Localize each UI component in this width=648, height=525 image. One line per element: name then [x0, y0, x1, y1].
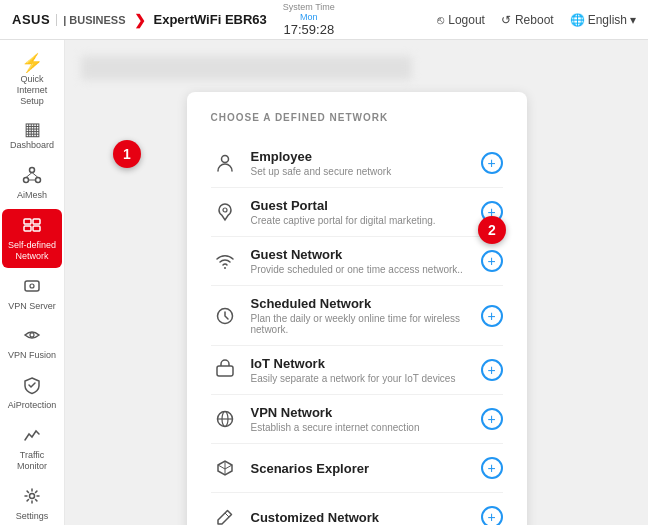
svg-rect-10: [25, 281, 39, 291]
dropdown-icon: ▾: [630, 13, 636, 27]
sidebar-item-dashboard[interactable]: ▦ Dashboard: [2, 114, 62, 157]
employee-add-button[interactable]: +: [481, 152, 503, 174]
sidebar-label-aiprotection: AiProtection: [8, 400, 57, 411]
svg-line-4: [32, 173, 38, 178]
globe-icon: 🌐: [570, 13, 585, 27]
asus-business: | BUSINESS: [56, 14, 125, 26]
page-title: [81, 56, 412, 80]
sidebar-item-aimesh[interactable]: AiMesh: [2, 159, 62, 207]
svg-point-14: [221, 156, 228, 163]
product-name: ExpertWiFi EBR63: [154, 12, 267, 27]
guest-portal-icon: [211, 198, 239, 226]
sidebar-label-quick-internet: Quick Internet Setup: [4, 74, 60, 106]
chevron-right-icon: ❯: [134, 12, 146, 28]
vpn-add-button[interactable]: +: [481, 408, 503, 430]
guest-portal-text: Guest Portal Create captive portal for d…: [251, 198, 469, 226]
system-time-label: System Time: [283, 2, 335, 12]
reboot-icon: ↺: [501, 13, 511, 27]
aimesh-icon: [22, 165, 42, 188]
scheduled-name: Scheduled Network: [251, 296, 469, 311]
system-time-value: 17:59:28: [284, 22, 335, 37]
svg-point-13: [30, 493, 35, 498]
network-item-employee[interactable]: Employee Set up safe and secure network …: [211, 139, 503, 188]
iot-name: IoT Network: [251, 356, 469, 371]
reboot-button[interactable]: ↺ Reboot: [501, 13, 554, 27]
settings-icon: [22, 486, 42, 509]
employee-icon: [211, 149, 239, 177]
guest-network-icon: [211, 247, 239, 275]
header: ASUS | BUSINESS ❯ ExpertWiFi EBR63 Syste…: [0, 0, 648, 40]
sidebar-item-quick-internet[interactable]: ⚡ Quick Internet Setup: [2, 48, 62, 112]
logout-label: Logout: [448, 13, 485, 27]
reboot-label: Reboot: [515, 13, 554, 27]
svg-rect-6: [24, 219, 31, 224]
sidebar-item-aiprotection[interactable]: AiProtection: [2, 369, 62, 417]
language-button[interactable]: 🌐 English ▾: [570, 13, 636, 27]
sidebar-item-settings[interactable]: Settings: [2, 480, 62, 525]
modal-title: Choose a Defined Network: [211, 112, 503, 123]
svg-point-11: [30, 284, 34, 288]
sidebar-item-vpn-fusion[interactable]: VPN Fusion: [2, 319, 62, 367]
sidebar-item-self-defined[interactable]: Self-defined Network: [2, 209, 62, 268]
svg-rect-9: [33, 226, 40, 231]
sidebar-item-traffic-monitor[interactable]: Traffic Monitor: [2, 419, 62, 478]
customized-icon: [211, 503, 239, 525]
guest-portal-desc: Create captive portal for digital market…: [251, 215, 469, 226]
logout-icon: ⎋: [437, 13, 444, 27]
step-badge-1: 1: [113, 140, 141, 168]
guest-network-add-button[interactable]: +: [481, 250, 503, 272]
network-item-guest-portal[interactable]: Guest Portal Create captive portal for d…: [211, 188, 503, 237]
scenarios-icon: [211, 454, 239, 482]
svg-point-12: [30, 333, 34, 337]
vpn-fusion-icon: [22, 325, 42, 348]
sidebar: ⚡ Quick Internet Setup ▦ Dashboard AiMes…: [0, 40, 65, 525]
svg-point-0: [30, 168, 35, 173]
network-item-customized[interactable]: Customized Network +: [211, 493, 503, 525]
main-layout: ⚡ Quick Internet Setup ▦ Dashboard AiMes…: [0, 40, 648, 525]
sidebar-label-vpn-fusion: VPN Fusion: [8, 350, 56, 361]
step-badge-2: 2: [478, 216, 506, 244]
guest-network-desc: Provide scheduled or one time access net…: [251, 264, 469, 275]
employee-name: Employee: [251, 149, 469, 164]
svg-rect-18: [217, 366, 233, 376]
sidebar-label-dashboard: Dashboard: [10, 140, 54, 151]
system-time-day: Mon: [300, 12, 318, 22]
sidebar-label-settings: Settings: [16, 511, 49, 522]
sidebar-item-vpn-server[interactable]: VPN Server: [2, 270, 62, 318]
network-item-scheduled[interactable]: Scheduled Network Plan the daily or week…: [211, 286, 503, 346]
language-label: English: [588, 13, 627, 27]
network-item-iot[interactable]: IoT Network Easily separate a network fo…: [211, 346, 503, 395]
logout-button[interactable]: ⎋ Logout: [437, 13, 485, 27]
scenarios-name: Scenarios Explorer: [251, 461, 469, 476]
guest-portal-name: Guest Portal: [251, 198, 469, 213]
sidebar-label-traffic-monitor: Traffic Monitor: [4, 450, 60, 472]
svg-rect-8: [24, 226, 31, 231]
iot-desc: Easily separate a network for your IoT d…: [251, 373, 469, 384]
network-modal: Choose a Defined Network Employee Set up…: [187, 92, 527, 525]
vpn-server-icon: [22, 276, 42, 299]
content-area: 1 2 Choose a Defined Network Employee Se…: [65, 40, 648, 525]
scheduled-desc: Plan the daily or weekly online time for…: [251, 313, 469, 335]
scenarios-add-button[interactable]: +: [481, 457, 503, 479]
asus-brand: ASUS: [12, 12, 50, 27]
network-item-scenarios[interactable]: Scenarios Explorer +: [211, 444, 503, 493]
svg-point-16: [224, 267, 226, 269]
svg-point-1: [24, 178, 29, 183]
iot-text: IoT Network Easily separate a network fo…: [251, 356, 469, 384]
self-defined-icon: [22, 215, 42, 238]
network-item-guest-network[interactable]: Guest Network Provide scheduled or one t…: [211, 237, 503, 286]
network-item-vpn[interactable]: VPN Network Establish a secure internet …: [211, 395, 503, 444]
scheduled-icon: [211, 302, 239, 330]
svg-rect-7: [33, 219, 40, 224]
brand-logo: ASUS | BUSINESS: [12, 12, 126, 27]
scheduled-add-button[interactable]: +: [481, 305, 503, 327]
vpn-icon: [211, 405, 239, 433]
aiprotection-icon: [22, 375, 42, 398]
svg-point-15: [223, 208, 227, 212]
guest-network-text: Guest Network Provide scheduled or one t…: [251, 247, 469, 275]
sidebar-label-vpn-server: VPN Server: [8, 301, 56, 312]
iot-add-button[interactable]: +: [481, 359, 503, 381]
employee-text: Employee Set up safe and secure network: [251, 149, 469, 177]
quick-internet-icon: ⚡: [21, 54, 43, 72]
customized-add-button[interactable]: +: [481, 506, 503, 525]
